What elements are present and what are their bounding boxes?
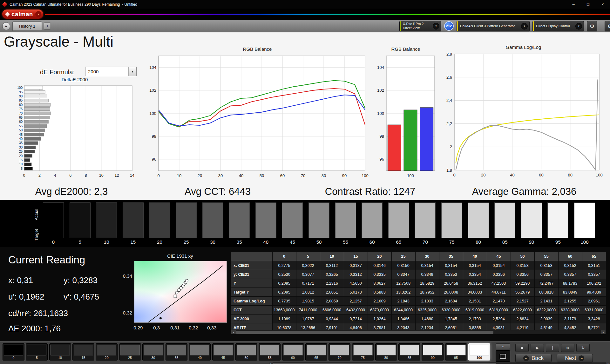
patch-button-85[interactable]: 85 — [398, 343, 420, 361]
table-cell: 99,4839 — [582, 288, 606, 297]
calman-menu-caret-icon[interactable]: ▾ — [35, 11, 41, 17]
rgb-balance-bar-plot: 9698100102104100 — [372, 53, 439, 180]
patch-scroll-right-icon[interactable]: ▸ — [606, 362, 610, 364]
table-cell: 6319,0000 — [463, 306, 487, 314]
patch-color-75 — [353, 345, 373, 355]
extra-settings-gear-icon[interactable]: ⚙ — [605, 21, 610, 31]
patch-panel-chevron-up-icon[interactable]: ▲ — [496, 343, 510, 349]
patch-button-45[interactable]: 45 — [212, 343, 234, 361]
table-horizontal-scrollbar[interactable]: ◂ ▸ — [231, 330, 606, 334]
table-column-header: 25 — [391, 252, 415, 261]
tab-history-1[interactable]: History 1 — [12, 21, 42, 31]
table-cell: 36,3152 — [463, 279, 487, 288]
stop-button[interactable]: ■ — [515, 344, 529, 352]
patch-button-55[interactable]: 55 — [259, 343, 281, 361]
meter-caret-icon[interactable]: ▾ — [433, 23, 439, 30]
play-button[interactable]: ▶ — [531, 344, 544, 352]
table-row: Gamma Log/Log0,77351,98152,08592,12572,1… — [231, 297, 606, 306]
patch-button-75[interactable]: 75 — [352, 343, 374, 361]
table-cell: 0,3357 — [558, 270, 582, 279]
table-scrollbar-thumb[interactable] — [236, 331, 493, 334]
next-button[interactable]: Next » — [557, 354, 593, 362]
add-tab-button[interactable]: + — [44, 23, 51, 30]
settings-gear-icon[interactable]: ⚙ — [587, 21, 597, 31]
patch-button-60[interactable]: 60 — [282, 343, 304, 361]
patch-level-label: 60 — [282, 356, 304, 360]
back-button[interactable]: « Back — [515, 354, 552, 362]
svg-text:96: 96 — [380, 157, 384, 162]
patch-button-90[interactable]: 90 — [422, 343, 444, 361]
svg-text:100: 100 — [407, 173, 414, 178]
display-control-dropdown[interactable]: Direct Display Control ▾ — [532, 21, 584, 31]
meter-dropdown[interactable]: X-Rite i1Pro 2 Direct View ▾ — [399, 21, 441, 31]
patch-button-10[interactable]: 10 — [49, 343, 71, 361]
tab-scroll-icon[interactable]: ▸ — [2, 22, 10, 30]
svg-text:14: 14 — [130, 173, 134, 178]
patch-button-40[interactable]: 40 — [189, 343, 211, 361]
pattern-window-button[interactable] — [496, 350, 510, 362]
calman-logo-label: calman — [11, 11, 33, 18]
svg-text:35: 35 — [19, 141, 23, 145]
svg-text:25: 25 — [19, 150, 23, 153]
patch-button-50[interactable]: 50 — [235, 343, 257, 361]
de-formula-caret-icon[interactable]: ▾ — [128, 67, 136, 76]
patch-button-30[interactable]: 30 — [142, 343, 164, 361]
grayscale-swatch-50 — [308, 202, 329, 238]
swatch-level-label: 80 — [468, 239, 489, 245]
table-scroll-right-icon[interactable]: ▸ — [601, 330, 606, 334]
svg-text:40: 40 — [19, 137, 23, 141]
patch-scrollbar-thumb[interactable] — [273, 363, 496, 364]
svg-text:100: 100 — [149, 111, 156, 116]
pattern-generator-dropdown[interactable]: CalMAN Client 3 Pattern Generator ▾ — [457, 21, 530, 31]
window-controls: – □ × — [566, 0, 610, 9]
table-cell: 6344,0000 — [391, 306, 415, 314]
swatch-level-label: 15 — [123, 239, 144, 245]
minimize-button[interactable]: – — [566, 0, 581, 9]
page-title: Grayscale - Multi — [4, 33, 113, 50]
table-cell: 2,9039 — [534, 314, 558, 323]
table-cell: 4,5650 — [344, 279, 368, 288]
patch-button-70[interactable]: 70 — [329, 343, 350, 361]
table-scroll-left-icon[interactable]: ◂ — [231, 330, 236, 334]
maximize-button[interactable]: □ — [581, 0, 595, 9]
swatch-level-label: 85 — [494, 239, 515, 245]
svg-text:1,8: 1,8 — [446, 168, 452, 173]
patch-scroll-left-icon[interactable]: ◂ — [269, 362, 273, 364]
calman-menu-button[interactable]: calman ▾ — [2, 10, 43, 19]
table-cell: 0,7171 — [296, 279, 320, 288]
patch-button-65[interactable]: 65 — [305, 343, 327, 361]
table-cell: 6322,0000 — [534, 306, 558, 314]
patch-bar-scrollbar[interactable]: ◂ ▸ — [269, 362, 610, 364]
patch-button-15[interactable]: 15 — [72, 343, 94, 361]
loop-button[interactable]: ∞ — [561, 344, 574, 352]
svg-text:75: 75 — [19, 107, 23, 111]
display-control-caret-icon[interactable]: ▾ — [575, 23, 582, 30]
contrast-ratio-readout: Contrast Ratio: 1247 — [299, 186, 442, 197]
table-row: CCT13663,00007411,00006606,00006432,0000… — [231, 306, 606, 314]
table-cell: 0,3154 — [463, 261, 487, 270]
patch-color-30 — [144, 345, 163, 355]
table-cell: 0,3137 — [344, 261, 368, 270]
patch-button-100[interactable]: 100 — [468, 343, 490, 361]
patch-button-5[interactable]: 5 — [26, 343, 48, 361]
patch-button-20[interactable]: 20 — [96, 343, 118, 361]
table-cell: 0,3335 — [368, 270, 391, 279]
patch-button-35[interactable]: 35 — [166, 343, 187, 361]
patch-button-0[interactable]: 0 — [3, 343, 24, 361]
close-button[interactable]: × — [595, 0, 610, 9]
de-formula-select[interactable]: 2000 ▾ — [85, 67, 137, 76]
patch-button-80[interactable]: 80 — [375, 343, 397, 361]
patch-color-10 — [51, 345, 70, 355]
patch-level-label: 95 — [445, 356, 467, 360]
grayscale-swatch-30 — [202, 202, 223, 238]
refresh-button[interactable]: ↻ — [576, 344, 590, 352]
patch-button-95[interactable]: 95 — [445, 343, 467, 361]
patch-color-25 — [120, 345, 140, 355]
table-cell: 0,3347 — [391, 270, 415, 279]
svg-text:95: 95 — [19, 90, 23, 94]
patch-button-25[interactable]: 25 — [119, 343, 141, 361]
svg-text:50: 50 — [19, 129, 23, 132]
pattern-generator-caret-icon[interactable]: ▾ — [521, 23, 528, 30]
pause-button[interactable]: ∥ — [546, 344, 559, 352]
next-chevron-icon: » — [579, 355, 584, 361]
